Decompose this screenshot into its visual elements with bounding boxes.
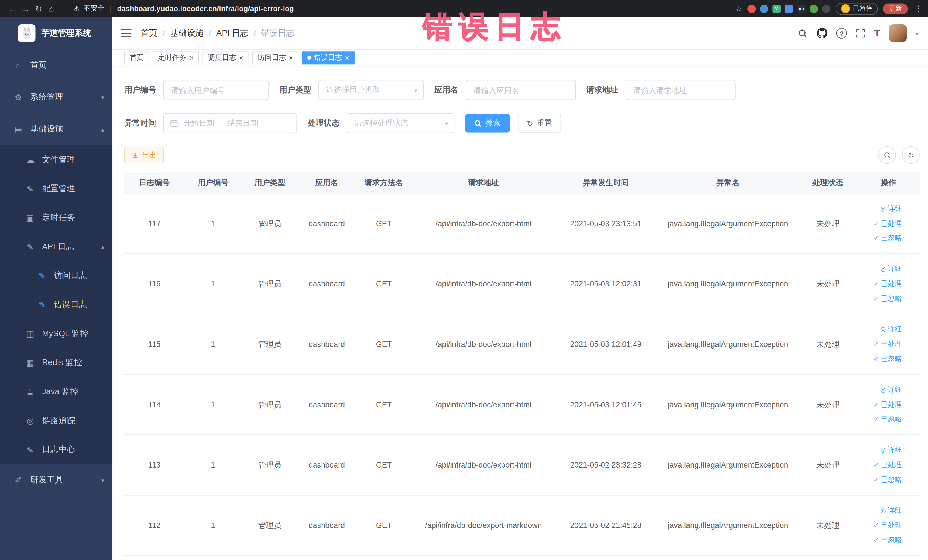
action-detail-link[interactable]: ◎详细: [881, 382, 902, 397]
tab-home[interactable]: 首页: [124, 51, 149, 64]
breadcrumb-api-log[interactable]: API 日志: [216, 28, 249, 38]
navbar-actions: ? T ▾: [798, 24, 919, 42]
action-processed-link[interactable]: ✓已处理: [873, 458, 902, 472]
column-header: 日志编号: [124, 177, 185, 188]
browser-actions: ☆ Von 已暂停 更新 ⋮: [735, 3, 922, 15]
address-bar[interactable]: ⚠ 不安全 | dashboard.yudao.iocoder.cn/infra…: [73, 3, 728, 14]
action-ignore-link[interactable]: ✓已忽略: [873, 472, 902, 487]
action-ignore-link[interactable]: ✓已忽略: [873, 412, 902, 427]
toggle-search-button[interactable]: [878, 146, 896, 164]
close-icon[interactable]: ×: [345, 54, 350, 61]
action-processed-link[interactable]: ✓已处理: [873, 337, 902, 352]
log-icon: ✎: [37, 300, 47, 309]
action-ignore-link[interactable]: ✓已忽略: [873, 533, 902, 548]
sidebar-item-job[interactable]: ▣ 定时任务: [0, 203, 112, 232]
action-detail-link[interactable]: ◎详细: [881, 443, 902, 458]
sidebar-item-error-log[interactable]: ✎ 错误日志: [0, 290, 112, 319]
start-date-placeholder: 开始日期: [183, 118, 214, 128]
action-detail-link[interactable]: ◎详细: [881, 322, 902, 337]
column-header: 操作: [857, 177, 920, 188]
breadcrumb-home[interactable]: 首页: [141, 28, 157, 38]
search-icon[interactable]: [798, 28, 808, 38]
action-ignore-link[interactable]: ✓已忽略: [873, 231, 902, 246]
check-icon: ✓: [873, 416, 879, 423]
refresh-table-button[interactable]: ↻: [902, 146, 920, 164]
extension-blue-grid-icon[interactable]: [785, 5, 793, 13]
action-detail-link[interactable]: ◎详细: [881, 262, 902, 276]
cell-app-name: dashboard: [298, 279, 355, 288]
filter-row-1: 用户编号 用户类型 请选择用户类型 ▾ 应用名 请求地址: [124, 80, 920, 100]
sidebar-item-api-log[interactable]: ✎ API 日志 ▴: [0, 232, 112, 261]
sidebar-item-label: 配置管理: [42, 183, 75, 194]
extension-red-circle-icon[interactable]: [748, 5, 756, 13]
sidebar-item-home[interactable]: ⌂ 首页: [0, 49, 112, 81]
action-processed-link[interactable]: ✓已处理: [873, 397, 902, 412]
sidebar-item-system[interactable]: ⚙ 系统管理 ▾: [0, 81, 112, 113]
bookmark-star-icon[interactable]: ☆: [735, 4, 742, 13]
extension-dark-paw-icon[interactable]: [822, 5, 830, 13]
search-button[interactable]: 搜索: [465, 113, 510, 132]
sidebar-item-trace[interactable]: ◎ 链路追踪: [0, 406, 112, 435]
home-icon[interactable]: ⌂: [45, 4, 58, 13]
back-icon[interactable]: ←: [6, 4, 19, 13]
tab-error-log[interactable]: 错误日志 ×: [302, 51, 355, 64]
reset-button[interactable]: ↻ 重置: [518, 113, 561, 132]
extension-vue-devtools-icon[interactable]: V: [772, 5, 780, 13]
tab-job[interactable]: 定时任务 ×: [153, 51, 199, 64]
cell-method: GET: [355, 521, 412, 530]
close-icon[interactable]: ×: [239, 54, 243, 61]
extension-blue-drop-icon[interactable]: [760, 5, 768, 13]
profile-paused-badge[interactable]: 已暂停: [836, 3, 878, 15]
tab-job-log[interactable]: 调度日志 ×: [203, 51, 249, 64]
app-logo-row[interactable]: 芋道管理系统: [0, 17, 112, 49]
action-detail-link[interactable]: ◎详细: [881, 503, 902, 518]
request-url-input[interactable]: [625, 80, 736, 100]
hamburger-icon[interactable]: [121, 29, 131, 37]
user-type-select[interactable]: 请选择用户类型 ▾: [318, 80, 424, 100]
search-button-label: 搜索: [485, 118, 501, 128]
sidebar-item-file[interactable]: ☁ 文件管理: [0, 145, 112, 174]
sidebar-item-dev-tools[interactable]: ✐ 研发工具 ▾: [0, 464, 112, 496]
kebab-menu-icon[interactable]: ⋮: [914, 4, 922, 13]
tab-access-log[interactable]: 访问日志 ×: [252, 51, 298, 64]
export-button[interactable]: 导出: [124, 147, 164, 163]
breadcrumb-separator: /: [163, 29, 165, 38]
action-processed-link[interactable]: ✓已处理: [873, 276, 902, 291]
sidebar-item-java[interactable]: ☕ Java 监控: [0, 377, 112, 406]
refresh-icon[interactable]: ↻: [32, 4, 45, 13]
sidebar-item-redis[interactable]: ▦ Redis 监控: [0, 348, 112, 377]
app-name-input[interactable]: [466, 80, 576, 100]
app-name-label: 应用名: [435, 85, 458, 95]
user-id-input[interactable]: [163, 80, 269, 100]
user-avatar[interactable]: [889, 24, 907, 42]
action-processed-link[interactable]: ✓已处理: [873, 518, 902, 533]
breadcrumb-infra[interactable]: 基础设施: [170, 28, 203, 38]
action-ignore-link[interactable]: ✓已忽略: [873, 291, 902, 306]
sidebar-item-infra[interactable]: ▤ 基础设施 ▴: [0, 113, 112, 145]
cell-actions: ◎详细 ✓已处理 ✓已忽略: [857, 254, 920, 314]
update-button[interactable]: 更新: [883, 3, 908, 14]
sidebar-item-config[interactable]: ✎ 配置管理: [0, 174, 112, 203]
extension-on-badge-icon[interactable]: on: [797, 5, 806, 13]
exception-time-range-picker[interactable]: 开始日期 - 结束日期: [163, 113, 297, 133]
help-icon[interactable]: ?: [836, 28, 847, 38]
chevron-down-icon[interactable]: ▾: [916, 30, 918, 37]
range-separator: -: [220, 119, 222, 128]
close-icon[interactable]: ×: [289, 54, 293, 61]
action-detail-link[interactable]: ◎详细: [881, 201, 902, 216]
sidebar-item-log-center[interactable]: ✎ 日志中心: [0, 435, 112, 464]
close-icon[interactable]: ×: [189, 54, 194, 61]
action-ignore-link[interactable]: ✓已忽略: [873, 352, 902, 366]
action-processed-link[interactable]: ✓已处理: [873, 216, 902, 231]
sidebar-item-access-log[interactable]: ✎ 访问日志: [0, 261, 112, 290]
github-icon[interactable]: [817, 28, 827, 38]
font-size-icon[interactable]: T: [875, 28, 880, 38]
fullscreen-icon[interactable]: [856, 29, 865, 38]
process-status-select[interactable]: 请选择处理状态 ▾: [347, 113, 455, 133]
extension-green-leaf-icon[interactable]: [810, 5, 818, 13]
action-label: 已忽略: [881, 415, 902, 424]
forward-icon[interactable]: →: [19, 4, 32, 13]
refresh-icon: ↻: [527, 119, 533, 128]
sidebar-item-mysql[interactable]: ◫ MySQL 监控: [0, 319, 112, 348]
screenshot-root: ← → ↻ ⌂ ⚠ 不安全 | dashboard.yudao.iocoder.…: [0, 0, 928, 560]
